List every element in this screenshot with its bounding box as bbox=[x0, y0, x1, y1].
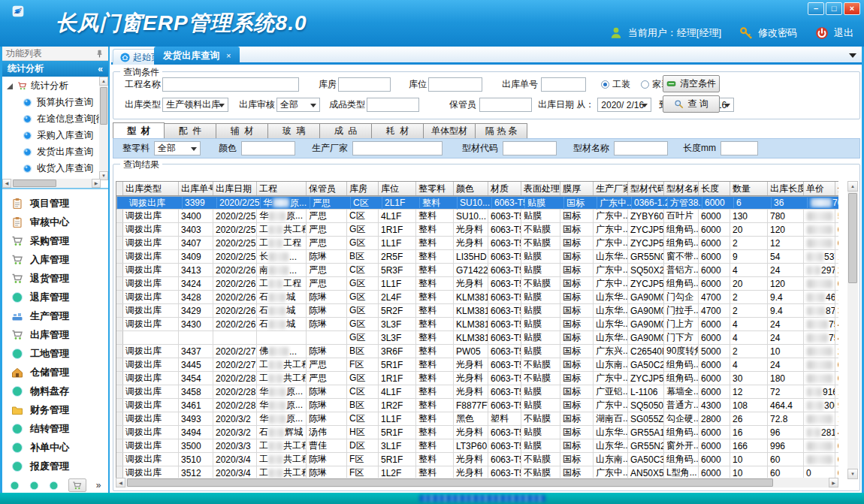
sidebar-item-仓储管理[interactable]: 仓储管理 bbox=[2, 363, 108, 382]
column-header[interactable]: 数量 bbox=[730, 182, 768, 195]
scroll-thumb[interactable] bbox=[848, 193, 857, 283]
search-button[interactable]: 查 询 bbox=[663, 95, 720, 113]
table-row[interactable]: 调拨出库34612020/2/28华原...陈琳B区1R2F整料F8877FT6… bbox=[116, 399, 838, 412]
column-header[interactable]: 型材名称 bbox=[664, 182, 699, 195]
table-row[interactable]: 调拨出库34032020/2/25工共工程严思G区1R1F整料光身料6063-T… bbox=[116, 223, 838, 237]
scroll-up-icon[interactable]: ▲ bbox=[847, 181, 858, 192]
tab-shipping-query[interactable]: 发货出库查询 × bbox=[154, 47, 240, 65]
table-row[interactable]: 调拨出库34582020/2/28华原...陈琳C区4L1F整料光身料6063-… bbox=[116, 385, 838, 399]
sidebar-item-生产管理[interactable]: 生产管理 bbox=[2, 306, 108, 325]
column-header[interactable]: 库位 bbox=[379, 182, 416, 195]
sidebar-item-项目管理[interactable]: 项目管理 bbox=[2, 194, 108, 213]
whole-piece-select[interactable]: 全部 bbox=[154, 141, 201, 155]
sidebar-section-header[interactable]: 统计分析 « bbox=[2, 61, 108, 77]
table-row[interactable]: 调拨出库34132020/2/26南...严思C区5R3F整料G71422606… bbox=[116, 264, 838, 277]
material-tab[interactable]: 隔 热 条 bbox=[476, 123, 527, 139]
scroll-left-icon[interactable]: ◀ bbox=[116, 478, 125, 487]
scroll-right-icon[interactable]: ▶ bbox=[92, 179, 101, 188]
material-tab[interactable]: 耗 材 bbox=[372, 123, 424, 139]
table-row[interactable]: 调拨出库34242020/2/26工工程严思G区1L1F整料光身料6063-T5… bbox=[116, 277, 838, 291]
keeper-input[interactable] bbox=[479, 98, 532, 112]
maximize-button[interactable]: □ bbox=[826, 2, 842, 15]
column-header[interactable]: 出库单号 bbox=[179, 182, 213, 195]
tree-root-statistics[interactable]: 统计分析 bbox=[2, 77, 108, 94]
color-input[interactable] bbox=[241, 141, 295, 155]
scroll-thumb[interactable] bbox=[13, 180, 56, 187]
tree-vertical-scrollbar[interactable]: ▲ ▼ bbox=[99, 77, 108, 180]
sidebar-item-报废管理[interactable]: 报废管理 bbox=[2, 457, 108, 475]
pin-icon[interactable] bbox=[95, 49, 104, 59]
material-tab[interactable]: 型 材 bbox=[113, 122, 165, 139]
more-chevron[interactable]: » bbox=[96, 481, 101, 490]
out-type-select[interactable]: 生产领料出库 bbox=[162, 98, 228, 112]
table-row[interactable]: 调拨出库34452020/2/27工共工程严思F区5R1F整料光身料6063-T… bbox=[116, 358, 838, 372]
table-row[interactable]: 调拨出库34002020/2/25华原...严思C区4L1F整料SU10...6… bbox=[116, 210, 838, 223]
column-header[interactable]: 整零料 bbox=[416, 182, 454, 195]
table-horizontal-scrollbar[interactable]: ◀ ▶ bbox=[116, 478, 838, 487]
length-input[interactable] bbox=[721, 141, 758, 155]
table-row[interactable]: 调拨出库35102020/3/4工共工程陈琳F区5R1F整料光身料6063-T5… bbox=[116, 453, 838, 466]
table-row[interactable]: 调拨出库34092020/2/25长...陈琳B区2R5F整料LI35HD606… bbox=[116, 250, 838, 264]
scroll-down-icon[interactable]: ▼ bbox=[847, 469, 858, 479]
sidebar-item-退货管理[interactable]: 退货管理 bbox=[2, 269, 108, 288]
column-header[interactable]: 出库长度 bbox=[768, 182, 804, 195]
order-no-input[interactable] bbox=[541, 77, 586, 92]
profile-name-input[interactable] bbox=[614, 141, 668, 155]
radio-icon[interactable] bbox=[641, 80, 649, 89]
scroll-thumb[interactable] bbox=[100, 87, 107, 125]
sidebar-item-采购管理[interactable]: 采购管理 bbox=[2, 231, 108, 250]
close-button[interactable]: × bbox=[844, 2, 860, 15]
column-header[interactable]: 生产厂家 bbox=[594, 182, 628, 195]
column-header[interactable]: 出库类型 bbox=[123, 182, 179, 195]
column-header[interactable]: 工程 bbox=[257, 182, 307, 195]
tree-item[interactable]: 预算执行查询 bbox=[2, 94, 108, 110]
sidebar-item-入库管理[interactable]: 入库管理 bbox=[2, 250, 108, 269]
column-header[interactable]: 长度 bbox=[699, 182, 730, 195]
warehouse-input[interactable] bbox=[338, 77, 391, 92]
table-row[interactable]: 调拨出库33992020/2/25华原...严思C区2L1F整料SU10...6… bbox=[116, 196, 838, 210]
manufacturer-input[interactable] bbox=[352, 141, 443, 155]
column-header[interactable]: 金 bbox=[835, 182, 838, 195]
scroll-right-icon[interactable]: ▶ bbox=[829, 478, 838, 487]
table-vertical-scrollbar[interactable]: ▲ ▼ bbox=[847, 181, 858, 479]
green-circle-icon[interactable] bbox=[29, 481, 39, 490]
tree-item[interactable]: 采购入库查询 bbox=[2, 127, 108, 143]
change-password-link[interactable]: 修改密码 bbox=[758, 26, 797, 40]
product-type-input[interactable] bbox=[367, 98, 419, 112]
column-header[interactable]: 出库日期 bbox=[213, 182, 257, 195]
table-row[interactable]: 调拨出库34292020/2/26石城陈琳G区5R2F整料KLM38176063… bbox=[116, 304, 838, 318]
column-header[interactable]: 材质 bbox=[488, 182, 521, 195]
column-header[interactable]: 表面处理 bbox=[521, 182, 560, 195]
table-row[interactable]: 调拨出库34302020/2/26石城陈琳G区3L3F整料KLM38176063… bbox=[116, 318, 838, 331]
green-circle-icon[interactable] bbox=[49, 481, 59, 490]
sidebar-item-物料盘存[interactable]: 物料盘存 bbox=[2, 382, 108, 400]
minimize-button[interactable]: – bbox=[808, 2, 824, 15]
scroll-left-icon[interactable]: ◀ bbox=[2, 179, 11, 188]
column-header[interactable]: 单价 bbox=[804, 182, 835, 195]
scroll-thumb[interactable] bbox=[127, 478, 773, 487]
clear-conditions-button[interactable]: 清空条件 bbox=[663, 75, 720, 92]
tree-horizontal-scrollbar[interactable]: ◀ ▶ bbox=[2, 179, 101, 188]
table-row[interactable]: 调拨出库34932020/3/2华原...陈琳C区1L1F整料黑色塑料不贴膜国标… bbox=[116, 412, 838, 426]
tree-item[interactable]: 收货入库查询 bbox=[2, 160, 108, 177]
radio-selected-icon[interactable] bbox=[601, 80, 609, 89]
material-tab[interactable]: 配 件 bbox=[165, 123, 216, 139]
green-circle-icon[interactable] bbox=[10, 481, 20, 490]
column-header[interactable]: 保管员 bbox=[307, 182, 347, 195]
tree-item[interactable]: 发货出库查询 bbox=[2, 143, 108, 160]
material-tab[interactable]: 单体型材 bbox=[424, 123, 476, 139]
sidebar-item-结转管理[interactable]: 结转管理 bbox=[2, 419, 108, 438]
table-row[interactable]: 调拨出库34282020/2/26石城陈琳G区2L4F整料KLM38176063… bbox=[116, 291, 838, 304]
material-tab[interactable]: 辅 材 bbox=[216, 123, 268, 139]
sidebar-item-审核中心[interactable]: 审核中心 bbox=[2, 213, 108, 231]
scroll-up-icon[interactable]: ▲ bbox=[99, 77, 108, 86]
table-row[interactable]: 调拨出库34372020/2/27佛...陈琳B区3R6F整料PW056063-… bbox=[116, 345, 838, 358]
table-row[interactable]: G区3L3F整料KLM38176063-T5贴膜国标山东华...GA90M09.… bbox=[116, 331, 838, 345]
column-header[interactable]: 库房 bbox=[347, 182, 379, 195]
audit-select[interactable]: 全部 bbox=[276, 98, 320, 112]
table-row[interactable]: 调拨出库35002020/3/3工共工程曹佳D区3L1F整料LT3P606063… bbox=[116, 439, 838, 453]
sidebar-item-补单中心[interactable]: 补单中心 bbox=[2, 438, 108, 457]
cart-button[interactable] bbox=[68, 478, 86, 492]
table-row[interactable]: 调拨出库34942020/3/2石辉城汤伟H区5R1F整料光身料6063-T5贴… bbox=[116, 426, 838, 439]
tab-list-chevron-icon[interactable] bbox=[849, 53, 856, 62]
